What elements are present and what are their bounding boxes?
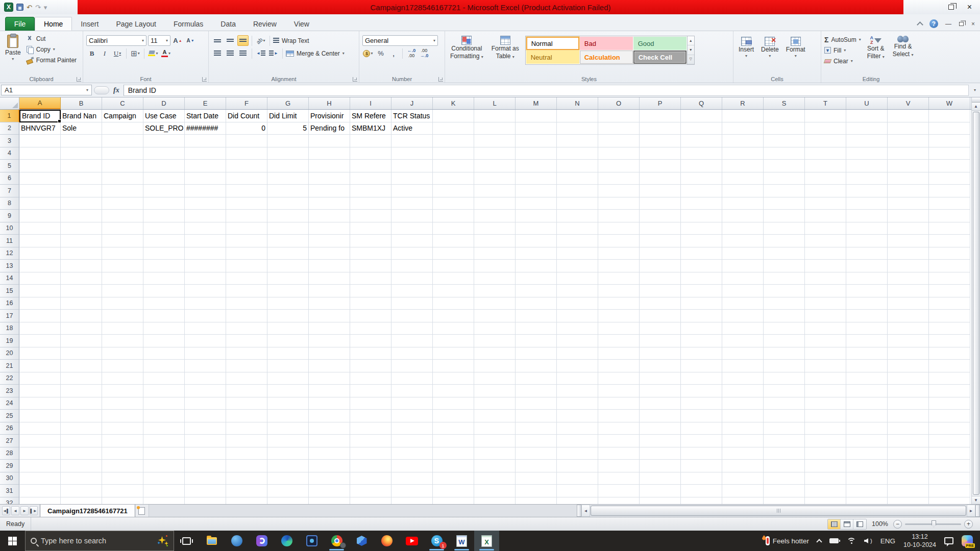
cell-V16[interactable] xyxy=(888,297,929,310)
cell-B24[interactable] xyxy=(61,397,102,410)
cell-I8[interactable] xyxy=(350,197,391,210)
cell-J1[interactable]: TCR Status xyxy=(391,110,433,122)
cell-F25[interactable] xyxy=(226,410,267,422)
col-header-H[interactable]: H xyxy=(309,97,350,109)
row-header-23[interactable]: 23 xyxy=(0,385,19,397)
cell-U24[interactable] xyxy=(846,397,888,410)
cell-M28[interactable] xyxy=(516,447,557,460)
row-header-1[interactable]: 1 xyxy=(0,110,19,122)
decrease-indent-button[interactable]: ◄ xyxy=(255,48,266,59)
cell-N24[interactable] xyxy=(557,397,598,410)
cell-S7[interactable] xyxy=(764,185,805,197)
cell-N10[interactable] xyxy=(557,222,598,235)
cell-G17[interactable] xyxy=(267,310,309,322)
cell-T11[interactable] xyxy=(805,235,846,247)
cell-K26[interactable] xyxy=(433,422,474,435)
cell-D28[interactable] xyxy=(143,447,185,460)
cell-F30[interactable] xyxy=(226,472,267,485)
cell-K10[interactable] xyxy=(433,222,474,235)
cell-D14[interactable] xyxy=(143,272,185,285)
cell-P14[interactable] xyxy=(640,272,681,285)
cell-O16[interactable] xyxy=(598,297,640,310)
cell-U31[interactable] xyxy=(846,485,888,497)
cell-E2[interactable]: ######## xyxy=(185,122,226,135)
cell-G28[interactable] xyxy=(267,447,309,460)
cell-B21[interactable] xyxy=(61,360,102,372)
cell-W30[interactable] xyxy=(929,472,970,485)
col-header-P[interactable]: P xyxy=(640,97,681,109)
cell-E24[interactable] xyxy=(185,397,226,410)
cell-L30[interactable] xyxy=(474,472,516,485)
cell-A9[interactable] xyxy=(19,210,61,222)
cell-M19[interactable] xyxy=(516,335,557,347)
cell-K1[interactable] xyxy=(433,110,474,122)
cell-I19[interactable] xyxy=(350,335,391,347)
cell-J22[interactable] xyxy=(391,372,433,385)
cell-G4[interactable] xyxy=(267,147,309,160)
cell-G15[interactable] xyxy=(267,285,309,297)
cell-O28[interactable] xyxy=(598,447,640,460)
cell-V4[interactable] xyxy=(888,147,929,160)
cell-D15[interactable] xyxy=(143,285,185,297)
cell-H7[interactable] xyxy=(309,185,350,197)
cell-P10[interactable] xyxy=(640,222,681,235)
cell-B17[interactable] xyxy=(61,310,102,322)
cell-L8[interactable] xyxy=(474,197,516,210)
cell-S5[interactable] xyxy=(764,160,805,172)
cell-V5[interactable] xyxy=(888,160,929,172)
cell-N13[interactable] xyxy=(557,260,598,272)
name-box[interactable]: A1▾ xyxy=(1,85,92,95)
row-header-22[interactable]: 22 xyxy=(0,372,19,385)
cell-Q1[interactable] xyxy=(681,110,722,122)
cell-F17[interactable] xyxy=(226,310,267,322)
cell-B25[interactable] xyxy=(61,410,102,422)
cell-N15[interactable] xyxy=(557,285,598,297)
cell-N31[interactable] xyxy=(557,485,598,497)
cell-E30[interactable] xyxy=(185,472,226,485)
row-header-5[interactable]: 5 xyxy=(0,160,19,172)
weather-widget[interactable]: Feels hotter xyxy=(762,531,813,551)
cell-M1[interactable] xyxy=(516,110,557,122)
cell-K3[interactable] xyxy=(433,135,474,147)
cell-N20[interactable] xyxy=(557,347,598,360)
cell-P6[interactable] xyxy=(640,172,681,185)
cell-O9[interactable] xyxy=(598,210,640,222)
cell-S31[interactable] xyxy=(764,485,805,497)
cell-K17[interactable] xyxy=(433,310,474,322)
cell-L22[interactable] xyxy=(474,372,516,385)
font-family-select[interactable]: Calibri▾ xyxy=(86,35,146,46)
cell-I12[interactable] xyxy=(350,247,391,260)
borders-button[interactable]: ⊞▾ xyxy=(130,48,141,59)
cell-J17[interactable] xyxy=(391,310,433,322)
cell-S19[interactable] xyxy=(764,335,805,347)
cell-C6[interactable] xyxy=(102,172,143,185)
cell-P15[interactable] xyxy=(640,285,681,297)
row-header-7[interactable]: 7 xyxy=(0,185,19,197)
cell-P21[interactable] xyxy=(640,360,681,372)
cell-B23[interactable] xyxy=(61,385,102,397)
cell-S18[interactable] xyxy=(764,322,805,335)
cell-Q32[interactable] xyxy=(681,497,722,505)
col-header-L[interactable]: L xyxy=(474,97,516,109)
grow-font-button[interactable]: A▲ xyxy=(172,35,183,46)
cell-T6[interactable] xyxy=(805,172,846,185)
cell-M30[interactable] xyxy=(516,472,557,485)
cell-A14[interactable] xyxy=(19,272,61,285)
vertical-scroll-thumb[interactable] xyxy=(973,112,979,495)
style-chip-neutral[interactable]: Neutral xyxy=(526,51,579,64)
cell-T17[interactable] xyxy=(805,310,846,322)
cell-U10[interactable] xyxy=(846,222,888,235)
cell-K2[interactable] xyxy=(433,122,474,135)
cell-E15[interactable] xyxy=(185,285,226,297)
cell-D19[interactable] xyxy=(143,335,185,347)
cell-N3[interactable] xyxy=(557,135,598,147)
cell-L28[interactable] xyxy=(474,447,516,460)
cell-W28[interactable] xyxy=(929,447,970,460)
cell-G23[interactable] xyxy=(267,385,309,397)
align-center-button[interactable] xyxy=(225,48,236,59)
cell-J14[interactable] xyxy=(391,272,433,285)
cell-H23[interactable] xyxy=(309,385,350,397)
cell-Q25[interactable] xyxy=(681,410,722,422)
cell-K21[interactable] xyxy=(433,360,474,372)
style-chip-calculation[interactable]: Calculation xyxy=(580,51,633,64)
